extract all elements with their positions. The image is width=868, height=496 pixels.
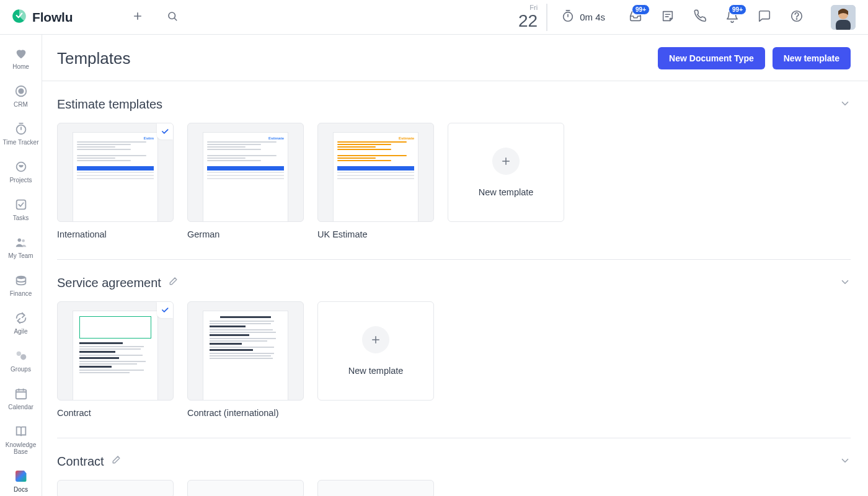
sidebar-item-docs[interactable]: Docs (2, 466, 40, 495)
template-card[interactable] (57, 480, 174, 496)
template-card-uk-estimate[interactable]: Estimate UK Estimate (317, 123, 434, 239)
note-icon (661, 9, 675, 25)
sidebar-item-home[interactable]: Home (2, 43, 40, 73)
page-header: Templates New Document Type New template (42, 35, 868, 81)
section-service-agreement: Service agreement (57, 260, 851, 438)
sidebar: Home CRM Time Tracker Projects Tasks My … (0, 35, 42, 496)
section-contract: Contract (57, 438, 851, 496)
sidebar-item-label: Finance (10, 290, 32, 297)
inbox-badge: 99+ (632, 4, 650, 15)
section-estimate-templates: Estimate templates Estim (57, 81, 851, 260)
agile-icon (14, 311, 29, 326)
heart-icon (14, 46, 29, 61)
sidebar-item-label: Agile (14, 328, 27, 335)
create-button[interactable] (128, 8, 147, 27)
header-divider (546, 4, 547, 31)
date-weekday: Fri (518, 4, 538, 12)
notifications-button[interactable]: 99+ (723, 8, 742, 27)
template-name: UK Estimate (317, 229, 434, 239)
calls-button[interactable] (691, 8, 709, 27)
sidebar-item-finance[interactable]: Finance (2, 270, 40, 299)
collapse-button[interactable] (839, 277, 851, 290)
new-template-card[interactable]: New template (317, 301, 434, 401)
notes-button[interactable] (658, 8, 677, 27)
chat-icon (758, 9, 771, 25)
section-title: Service agreement (57, 276, 161, 290)
svg-rect-11 (16, 200, 25, 210)
template-card-contract-intl[interactable]: Contract (international) (187, 301, 304, 418)
clock-icon (14, 122, 29, 136)
svg-point-16 (20, 354, 26, 360)
selected-check-icon (157, 123, 173, 140)
finance-icon (14, 273, 29, 288)
search-icon (167, 11, 178, 24)
svg-rect-17 (16, 390, 26, 399)
stopwatch-icon (561, 9, 575, 25)
selected-check-icon (157, 302, 173, 318)
sidebar-item-crm[interactable]: CRM (2, 81, 40, 110)
template-card[interactable] (187, 480, 304, 496)
template-name: Contract (international) (187, 408, 304, 418)
page-actions: New Document Type New template (658, 47, 851, 69)
new-template-label: New template (479, 187, 534, 197)
search-button[interactable] (163, 8, 182, 27)
chat-button[interactable] (755, 8, 774, 27)
sidebar-item-agile[interactable]: Agile (2, 308, 40, 337)
new-template-button[interactable]: New template (773, 47, 851, 69)
sidebar-item-label: My Team (8, 252, 33, 259)
svg-point-12 (17, 239, 21, 242)
template-name: Contract (57, 408, 174, 418)
sidebar-item-label: Tasks (13, 215, 29, 221)
timer-widget[interactable]: 0m 4s (561, 9, 605, 25)
sidebar-item-tasks[interactable]: Tasks (2, 195, 40, 224)
sidebar-item-label: Time Tracker (3, 139, 39, 146)
help-icon (790, 9, 804, 25)
timer-value: 0m 4s (580, 12, 605, 22)
collapse-button[interactable] (839, 98, 851, 112)
preview-badge: Estimate (399, 136, 414, 140)
app-logo[interactable]: Flowlu (11, 8, 73, 27)
header-left-actions (128, 8, 182, 27)
book-icon (14, 424, 29, 439)
preview-badge: Estimate (268, 136, 284, 140)
groups-icon (14, 348, 29, 363)
top-header: Flowlu Fri 22 0m 4s 99+ (0, 0, 868, 35)
new-document-type-button[interactable]: New Document Type (658, 47, 765, 69)
new-template-card[interactable]: New template (448, 123, 564, 222)
sidebar-item-label: CRM (14, 101, 28, 108)
inbox-button[interactable]: 99+ (626, 8, 645, 27)
date-display[interactable]: Fri 22 (518, 4, 538, 30)
svg-rect-6 (836, 20, 851, 30)
new-template-label: New template (348, 366, 404, 376)
section-title: Estimate templates (57, 97, 162, 112)
collapse-button[interactable] (839, 455, 851, 469)
sidebar-item-calendar[interactable]: Calendar (2, 384, 40, 413)
edit-section-button[interactable] (110, 455, 121, 468)
user-avatar[interactable] (831, 5, 856, 30)
main-content: Templates New Document Type New template… (42, 35, 868, 496)
sidebar-item-label: Home (12, 63, 29, 70)
help-button[interactable] (787, 8, 806, 27)
svg-point-15 (16, 352, 20, 356)
template-card-contract[interactable]: Contract (57, 301, 174, 418)
template-card-international[interactable]: Estim (57, 123, 174, 239)
svg-point-8 (19, 89, 23, 93)
edit-section-button[interactable] (167, 277, 178, 290)
template-name: International (57, 229, 174, 239)
sidebar-item-projects[interactable]: Projects (2, 157, 40, 186)
template-card[interactable] (317, 480, 434, 496)
plus-icon (492, 148, 520, 175)
check-icon (14, 197, 29, 212)
sidebar-item-groups[interactable]: Groups (2, 346, 40, 375)
sidebar-item-knowledge-base[interactable]: Knowledge Base (2, 422, 40, 458)
docs-icon (14, 469, 29, 484)
briefcase-icon (14, 159, 29, 174)
section-title: Contract (57, 454, 104, 469)
template-card-german[interactable]: Estimate German (187, 123, 304, 239)
date-day: 22 (518, 12, 538, 30)
template-name: German (187, 229, 304, 239)
team-icon (14, 235, 29, 250)
sidebar-item-time-tracker[interactable]: Time Tracker (2, 119, 40, 148)
calendar-icon (14, 386, 29, 401)
sidebar-item-my-team[interactable]: My Team (2, 232, 40, 262)
